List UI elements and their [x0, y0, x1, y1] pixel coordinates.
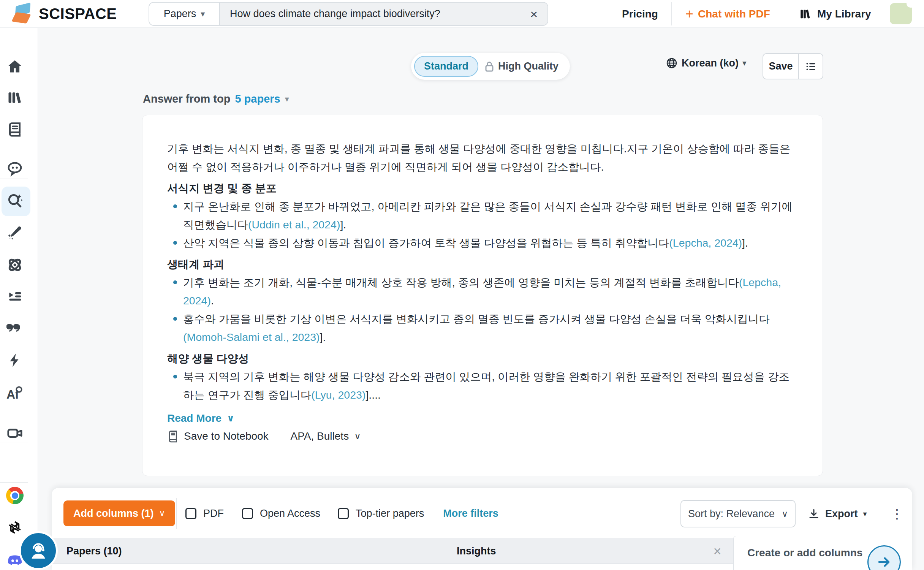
checkbox-icon — [338, 508, 349, 519]
add-columns-button[interactable]: Add columns (1) ∨ — [63, 500, 175, 526]
answer-card: 기후 변화는 서식지 변화, 종 멸종 및 생태계 파괴를 통해 생물 다양성에… — [142, 115, 823, 476]
sidebar-item-atom[interactable] — [0, 256, 30, 274]
top-tier-filter-checkbox[interactable]: Top-tier papers — [338, 508, 424, 519]
sidebar-item-extract-data[interactable] — [0, 352, 30, 368]
chevron-down-icon: ▾ — [201, 9, 205, 19]
clear-search-icon[interactable]: × — [530, 8, 538, 21]
top-tier-filter-label: Top-tier papers — [356, 508, 424, 519]
citation-link[interactable]: (Lepcha, 2024) — [669, 237, 742, 249]
sidebar-item-notebook[interactable] — [0, 120, 30, 137]
sidebar-item-chrome-extension[interactable] — [0, 487, 30, 504]
section-bullets: 지구 온난화로 인해 종 분포가 바뀌었고, 아메리칸 피카와 같은 많은 종들… — [167, 197, 796, 252]
search-scope-select[interactable]: Papers ▾ — [149, 3, 220, 25]
sidebar-item-chatbot[interactable] — [0, 160, 30, 177]
save-button-group: Save — [763, 53, 823, 79]
section-bullets: 기후 변화는 조기 개화, 식물-수분 매개체 상호 작용 방해, 종의 생존에… — [167, 273, 796, 346]
sidebar-item-video[interactable] — [0, 424, 30, 442]
results-panel: Add columns (1) ∨ PDF Open Access Top-ti… — [52, 488, 912, 570]
chevron-down-icon: ∨ — [159, 508, 165, 518]
sort-by-label: Sort by: Relevance — [688, 508, 775, 520]
sidebar-item-ai-detector[interactable]: Ai — [0, 384, 30, 402]
kebab-menu-button[interactable]: ⋮ — [888, 500, 907, 527]
save-to-notebook-button[interactable]: Save to Notebook — [167, 430, 269, 443]
next-columns-button[interactable] — [867, 545, 901, 570]
answer-bullet: 산악 지역은 식물 종의 상향 이동과 침입이 증가하여 토착 생물 다양성을 … — [183, 234, 796, 252]
sidebar-item-home[interactable] — [0, 58, 30, 75]
language-select[interactable]: Korean (ko) ▾ — [666, 57, 747, 69]
chevron-down-icon: ∨ — [782, 509, 788, 519]
table-header-row: Papers (10) Insights × — [52, 538, 733, 564]
sidebar-item-literature-review[interactable] — [0, 288, 30, 305]
filter-divider — [176, 498, 177, 529]
export-label: Export — [825, 508, 858, 520]
citation-link[interactable]: (Uddin et al., 2024) — [248, 218, 340, 231]
answer-bullet: 기후 변화는 조기 개화, 식물-수분 매개체 상호 작용 방해, 종의 생존에… — [183, 273, 796, 310]
create-columns-label: Create or add columns — [747, 547, 862, 559]
chevron-down-icon: ▾ — [863, 509, 867, 518]
standard-toggle[interactable]: Standard — [414, 56, 478, 77]
open-access-filter-checkbox[interactable]: Open Access — [242, 508, 320, 519]
sidebar-item-library[interactable] — [0, 89, 30, 106]
section-bullets: 북극 지역의 기후 변화는 해양 생물 다양성 감소와 관련이 있으며, 이러한… — [167, 367, 796, 404]
scispace-logo[interactable]: SCISPACE — [13, 3, 117, 24]
search-query-area: × — [220, 3, 547, 25]
table-row — [52, 564, 733, 570]
create-columns-panel: Create or add columns — [733, 536, 912, 570]
lightning-bolt-icon — [7, 352, 23, 368]
left-sidebar: Ai — [0, 28, 38, 570]
search-input[interactable] — [230, 8, 530, 20]
bullet-suffix: ]. — [742, 237, 748, 249]
export-button[interactable]: Export ▾ — [808, 500, 867, 527]
save-button[interactable]: Save — [763, 54, 798, 79]
chevron-down-icon: ∨ — [354, 431, 361, 442]
read-more-label: Read More — [167, 409, 222, 428]
sidebar-item-ai-writer[interactable] — [0, 224, 30, 241]
download-icon — [808, 508, 820, 520]
section-heading: 서식지 변경 및 종 분포 — [167, 179, 796, 197]
user-avatar[interactable] — [890, 3, 912, 24]
sidebar-divider — [0, 179, 28, 179]
notebook-icon — [167, 430, 179, 443]
bullet-text: 홍수와 가뭄을 비롯한 기상 이변은 서식지를 변화시키고 종의 멸종 빈도를 … — [183, 313, 770, 325]
checkbox-icon — [185, 508, 196, 519]
ai-search-icon — [6, 192, 24, 209]
bullet-suffix: ].... — [365, 389, 381, 401]
chevron-down-icon[interactable]: ▾ — [285, 94, 289, 104]
answer-bullet: 북극 지역의 기후 변화는 해양 생물 다양성 감소와 관련이 있으며, 이러한… — [183, 367, 796, 404]
more-filters-link[interactable]: More filters — [443, 508, 498, 519]
citation-link[interactable]: (Lyu, 2023) — [311, 389, 365, 401]
sidebar-item-citation-generator[interactable] — [0, 320, 30, 336]
papers-count-link[interactable]: 5 papers — [235, 93, 280, 105]
insights-column-header[interactable]: Insights — [457, 538, 496, 564]
header-divider — [671, 2, 672, 25]
sidebar-item-ai-search[interactable] — [0, 192, 30, 209]
nav-pricing[interactable]: Pricing — [622, 0, 658, 28]
sidebar-item-chatgpt[interactable] — [0, 519, 30, 536]
bullet-text: 북극 지역의 기후 변화는 해양 생물 다양성 감소와 관련이 있으며, 이러한… — [183, 370, 790, 401]
read-more-button[interactable]: Read More ∨ — [167, 409, 234, 428]
chevron-down-icon: ∨ — [227, 409, 234, 428]
chrome-icon — [6, 487, 24, 504]
save-list-button[interactable] — [798, 54, 823, 79]
close-insights-icon[interactable]: × — [706, 538, 729, 564]
papers-column-header[interactable]: Papers (10) — [66, 538, 122, 564]
nav-my-library[interactable]: My Library — [799, 0, 871, 28]
high-quality-toggle[interactable]: High Quality — [478, 60, 567, 72]
list-icon — [805, 61, 816, 72]
bullet-suffix: ]. — [340, 218, 346, 231]
sort-by-select[interactable]: Sort by: Relevance ∨ — [680, 500, 796, 527]
save-to-notebook-label: Save to Notebook — [184, 430, 269, 442]
citation-link[interactable]: (Momoh-Salami et al., 2023) — [183, 331, 320, 343]
answer-header-prefix: Answer from top — [143, 93, 230, 105]
answer-intro: 기후 변화는 서식지 변화, 종 멸종 및 생태계 파괴를 통해 생물 다양성에… — [167, 139, 796, 176]
section-heading: 생태계 파괴 — [167, 255, 796, 273]
citation-format-select[interactable]: APA, Bullets ∨ — [291, 430, 361, 442]
atom-icon — [6, 256, 24, 274]
pdf-filter-checkbox[interactable]: PDF — [185, 508, 224, 519]
checkbox-icon — [242, 508, 253, 519]
video-camera-icon — [6, 424, 24, 442]
sidebar-divider — [0, 442, 28, 442]
bullet-suffix: . — [211, 294, 214, 307]
support-avatar-button[interactable] — [19, 531, 58, 570]
nav-chat-with-pdf[interactable]: + Chat with PDF — [685, 0, 770, 28]
